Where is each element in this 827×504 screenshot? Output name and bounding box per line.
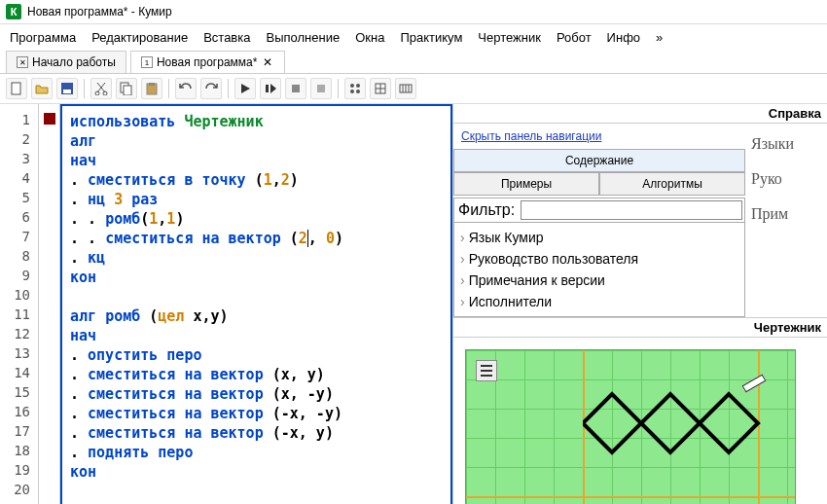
counter-icon [399,82,413,95]
vars-button[interactable] [370,78,391,99]
breakpoints-button[interactable] [344,78,366,99]
copy-button[interactable] [116,78,137,99]
redo-button[interactable] [200,78,222,99]
help-panel: Справка Скрыть панель навигации Содержан… [453,104,827,318]
expand-icon[interactable]: › [460,294,465,309]
save-button[interactable] [56,78,78,99]
paste-icon [145,82,159,95]
close-icon[interactable]: ✕ [261,55,274,69]
breakpoint-marker[interactable] [44,113,55,125]
help-title: Справка [453,104,827,124]
tab-label: Начало работы [32,55,116,69]
tree-item[interactable]: ›Язык Кумир [458,227,740,248]
app-icon: К [6,4,21,19]
drawer-title: Чертежник [453,318,827,338]
tabbar: ✕Начало работы1Новая программа*✕ [0,51,827,74]
tab[interactable]: ✕Начало работы [6,51,126,73]
vars-icon [374,82,387,95]
svg-rect-2 [63,90,71,93]
menu-Редактирование[interactable]: Редактирование [91,30,188,45]
run-button[interactable] [234,78,256,99]
drawing-output [583,389,777,457]
svg-rect-11 [317,85,325,92]
menu-Программа[interactable]: Программа [10,30,76,45]
code-editor[interactable]: использовать Чертежникалгнач. сместиться… [60,104,452,504]
redo-icon [204,82,218,95]
open-icon [35,82,49,95]
drawer-canvas[interactable] [465,349,796,504]
filter-input[interactable] [521,200,742,220]
undo-icon [179,82,193,95]
canvas-menu-icon[interactable] [476,360,497,381]
tab-label: Новая программа* [157,55,258,69]
svg-rect-10 [292,85,300,92]
save-icon [60,82,74,95]
svg-rect-6 [124,86,131,95]
menu-Инфо[interactable]: Инфо [607,30,640,45]
expand-icon[interactable]: › [460,230,465,245]
filter-label: Фильтр: [454,199,519,221]
tree-item[interactable]: ›Исполнители [458,291,740,312]
stop-button[interactable] [285,78,306,99]
menu-Выполнение[interactable]: Выполнение [266,30,340,45]
svg-rect-0 [12,83,20,94]
expand-icon[interactable]: › [460,251,465,267]
help-preview: ЯзыкиРукоПрим [745,124,827,317]
svg-rect-8 [149,83,155,86]
svg-point-14 [350,90,354,93]
menu-Окна[interactable]: Окна [355,30,384,45]
undo-button[interactable] [175,78,197,99]
tab[interactable]: 1Новая программа*✕ [130,51,286,73]
menu-»[interactable]: » [656,30,663,45]
algorithms-button[interactable]: Алгоритмы [599,172,745,196]
open-button[interactable] [31,78,53,99]
new-icon [10,82,23,95]
stop2-button[interactable] [310,78,332,99]
menubar: ПрограммаРедактированиеВставкаВыполнение… [0,24,827,51]
menu-Практикум[interactable]: Практикум [400,30,462,45]
counter-button[interactable] [395,78,416,99]
tree-item[interactable]: ›Примечания к версии [458,270,740,291]
copy-icon [120,82,133,95]
tab-icon: ✕ [17,56,28,68]
window-title: Новая программа* - Кумир [27,5,172,18]
stop-icon [289,82,303,95]
stop2-icon [314,82,328,95]
line-gutter: 12345678910111213141516171819202122 [0,104,39,504]
menu-Вставка[interactable]: Вставка [203,30,250,45]
help-tree: ›Язык Кумир›Руководство пользователя›При… [453,223,745,317]
menu-Робот[interactable]: Робот [557,30,592,45]
new-button[interactable] [6,78,27,99]
tree-item[interactable]: ›Руководство пользователя [458,248,740,270]
drawer-panel: Чертежник [453,318,827,504]
run-icon [238,82,252,95]
hide-nav-link[interactable]: Скрыть панель навигации [453,124,609,149]
tab-icon: 1 [141,56,153,68]
toolbar [0,74,827,104]
paste-button[interactable] [141,78,162,99]
examples-button[interactable]: Примеры [453,172,599,196]
breakpoints-icon [348,82,362,95]
cut-button[interactable] [90,78,112,99]
step-button[interactable] [260,78,281,99]
content-button[interactable]: Содержание [453,149,745,172]
editor-pane: 12345678910111213141516171819202122 испо… [0,104,453,504]
expand-icon[interactable]: › [460,272,465,288]
svg-point-12 [350,84,354,88]
titlebar: К Новая программа* - Кумир [0,0,827,24]
svg-rect-9 [266,85,269,92]
step-icon [264,82,277,95]
marker-column [39,104,60,504]
svg-point-15 [356,90,360,93]
menu-Чертежник[interactable]: Чертежник [478,30,541,45]
svg-point-13 [356,84,360,88]
cut-icon [94,82,108,95]
